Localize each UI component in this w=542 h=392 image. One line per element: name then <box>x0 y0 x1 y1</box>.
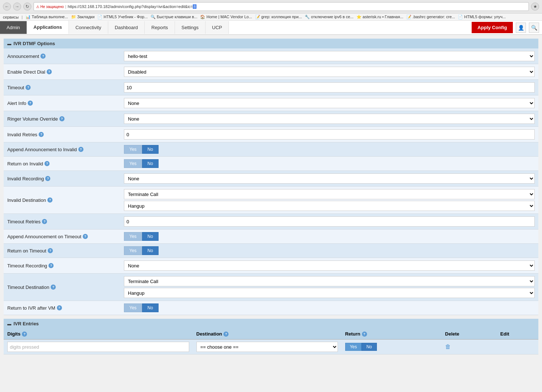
bookmark-item[interactable]: 📄 HTML5 формы: улуч... <box>458 15 506 19</box>
bookmark-item[interactable]: 📁 Закладки <box>71 15 95 19</box>
append-announcement-invalid-no[interactable]: No <box>142 145 159 154</box>
append-announcement-timeout-no[interactable]: No <box>142 232 159 241</box>
enable-direct-dial-label: Enable Direct Dial ? <box>7 69 117 75</box>
return-to-ivr-after-vm-no[interactable]: No <box>142 303 159 312</box>
main-content: ▬ IVR DTMF Options Announcement ? hello-… <box>0 35 542 358</box>
bookmark-item[interactable]: 🔧 отключение ipv6 в се... <box>305 15 354 19</box>
destination-entry-select[interactable]: == choose one == <box>196 342 338 352</box>
return-on-invalid-toggle: Yes No <box>124 159 535 168</box>
alert-info-select[interactable]: None <box>124 98 535 108</box>
bookmark-item[interactable]: 🔍 Быстрые клавиши в... <box>151 15 197 19</box>
append-announcement-timeout-help-icon[interactable]: ? <box>83 234 88 239</box>
append-announcement-invalid-help-icon[interactable]: ? <box>78 147 83 152</box>
url-text: https://192.168.170.182/admin/config.php… <box>68 4 526 9</box>
timeout-help-icon[interactable]: ? <box>26 85 31 90</box>
invalid-retries-help-icon[interactable]: ? <box>39 132 44 137</box>
return-to-ivr-after-vm-yes[interactable]: Yes <box>124 303 142 312</box>
url-highlight: 8 <box>193 4 196 9</box>
return-help-icon[interactable]: ? <box>362 332 367 337</box>
refresh-button[interactable]: ↻ <box>23 3 31 11</box>
bookmarks-bar: сервисы | 📊 Таблица выполне... 📁 Закладк… <box>0 13 542 21</box>
nav-tab-reports[interactable]: Reports <box>145 21 175 34</box>
nav-tab-dashboard[interactable]: Dashboard <box>108 21 145 34</box>
ivr-dtmf-title: IVR DTMF Options <box>13 41 55 46</box>
enable-direct-dial-help-icon[interactable]: ? <box>47 69 52 74</box>
return-on-invalid-row: Return on Invalid ? Yes No <box>4 157 538 171</box>
invalid-destination-row: Invalid Destination ? Terminate Call Han… <box>4 187 538 214</box>
timeout-destination-select1[interactable]: Terminate Call <box>124 276 535 286</box>
return-on-invalid-no[interactable]: No <box>142 159 159 168</box>
append-announcement-invalid-yes[interactable]: Yes <box>124 145 142 154</box>
apply-config-button[interactable]: Apply Config <box>472 22 513 33</box>
invalid-destination-help-icon[interactable]: ? <box>47 197 52 203</box>
section-toggle-entries[interactable]: ▬ <box>7 322 11 326</box>
nav-tab-admin[interactable]: Admin <box>0 21 27 34</box>
return-on-invalid-yes[interactable]: Yes <box>124 159 142 168</box>
invalid-destination-select2[interactable]: Hangup <box>124 201 535 211</box>
return-on-timeout-yes[interactable]: Yes <box>124 246 142 255</box>
timeout-recording-help-icon[interactable]: ? <box>48 263 54 268</box>
url-bar[interactable]: ⚠ Не защищено | https://192.168.170.182/… <box>34 2 529 11</box>
invalid-retries-row: Invalid Retries ? <box>4 127 538 142</box>
user-icon[interactable]: 👤 <box>516 23 526 33</box>
append-announcement-timeout-row: Append Announcement on Timeout ? Yes No <box>4 230 538 244</box>
back-button[interactable]: ← <box>3 3 11 11</box>
digits-help-icon[interactable]: ? <box>22 332 27 337</box>
nav-tab-applications[interactable]: Applications <box>27 21 69 34</box>
timeout-retries-label: Timeout Retries ? <box>7 219 117 224</box>
return-to-ivr-after-vm-help-icon[interactable]: ? <box>57 305 62 310</box>
timeout-recording-row: Timeout Recording ? None <box>4 258 538 274</box>
nav-tab-settings[interactable]: Settings <box>175 21 206 34</box>
digits-cell <box>4 340 193 354</box>
bookmark-item[interactable]: 🏠 Home | MAC Vendor Lo... <box>200 15 252 19</box>
nav-icons: 👤 🔍 <box>516 23 542 33</box>
destination-help-icon[interactable]: ? <box>223 332 229 337</box>
bookmark-item[interactable]: 📝 grep: коллекция при... <box>255 15 302 19</box>
edit-column-header: Edit <box>497 329 538 340</box>
edit-cell <box>497 340 538 354</box>
timeout-retries-row: Timeout Retries ? <box>4 214 538 230</box>
alert-info-label: Alert Info ? <box>7 101 117 106</box>
nav-tab-ucp[interactable]: UCP <box>206 21 229 34</box>
timeout-destination-row: Timeout Destination ? Terminate Call Han… <box>4 274 538 301</box>
timeout-destination-select2[interactable]: Hangup <box>124 288 535 298</box>
timeout-destination-help-icon[interactable]: ? <box>51 285 56 290</box>
timeout-recording-select[interactable]: None <box>124 260 535 271</box>
forward-button[interactable]: → <box>13 3 21 11</box>
bookmark-button[interactable]: ★ <box>531 3 539 11</box>
bookmark-item[interactable]: ⭐ asterisk.ru • Главная... <box>356 15 403 19</box>
invalid-recording-help-icon[interactable]: ? <box>45 176 50 181</box>
delete-cell: 🗑 <box>441 340 497 354</box>
return-on-invalid-help-icon[interactable]: ? <box>44 161 50 166</box>
ringer-volume-label: Ringer Volume Override ? <box>7 116 117 122</box>
bookmark-item[interactable]: 📝 .bashrc generator: cre... <box>406 15 455 19</box>
bookmark-item[interactable]: 📊 Таблица выполне... <box>26 15 68 19</box>
return-yes-button[interactable]: Yes <box>345 343 362 351</box>
nav-bar: Admin Applications Connectivity Dashboar… <box>0 21 542 35</box>
nav-tab-connectivity[interactable]: Connectivity <box>69 21 108 34</box>
announcement-help-icon[interactable]: ? <box>40 54 46 59</box>
return-on-timeout-help-icon[interactable]: ? <box>48 248 53 253</box>
ringer-volume-select[interactable]: None <box>124 114 535 124</box>
invalid-destination-select1[interactable]: Terminate Call <box>124 189 535 199</box>
bookmark-item[interactable]: сервисы <box>3 15 19 19</box>
bookmark-item[interactable]: 📄 HTML5 Учебник - Фор... <box>97 15 148 19</box>
append-announcement-invalid-toggle: Yes No <box>124 145 535 154</box>
search-icon[interactable]: 🔍 <box>529 23 539 33</box>
timeout-retries-help-icon[interactable]: ? <box>42 219 47 224</box>
announcement-select[interactable]: hello-test <box>124 51 535 61</box>
digits-input[interactable] <box>7 342 189 352</box>
alert-info-help-icon[interactable]: ? <box>28 101 33 106</box>
return-on-invalid-label: Return on Invalid ? <box>7 161 117 166</box>
invalid-recording-select[interactable]: None <box>124 173 535 184</box>
append-announcement-timeout-yes[interactable]: Yes <box>124 232 142 241</box>
timeout-retries-input[interactable] <box>124 216 535 227</box>
ringer-volume-help-icon[interactable]: ? <box>59 116 65 121</box>
delete-entry-button[interactable]: 🗑 <box>445 344 451 350</box>
enable-direct-dial-select[interactable]: Disabled <box>124 67 535 77</box>
section-toggle-dtmf[interactable]: ▬ <box>7 42 11 46</box>
return-no-button[interactable]: No <box>362 343 377 351</box>
timeout-input[interactable]: 10 <box>124 82 535 93</box>
return-on-timeout-no[interactable]: No <box>142 246 159 255</box>
invalid-retries-input[interactable] <box>124 129 535 140</box>
